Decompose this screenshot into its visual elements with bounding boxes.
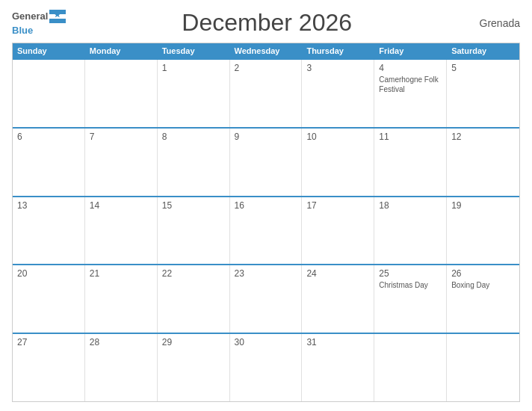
header-wednesday: Wednesday [230,43,303,58]
cell-w3-wed: 16 [230,197,303,265]
header: General Blue December 2026 Grenada [12,9,520,37]
cell-w1-fri: 4 Camerhogne Folk Festival [374,60,447,127]
header-friday: Friday [374,43,447,58]
calendar: Sunday Monday Tuesday Wednesday Thursday… [12,43,520,402]
logo-blue: Blue [12,25,33,36]
cell-w4-sat: 26 Boxing Day [447,265,519,333]
header-thursday: Thursday [302,43,374,58]
cell-w2-sat: 12 [447,129,519,196]
header-saturday: Saturday [447,43,519,58]
logo: General Blue [12,10,66,37]
country-name: Grenada [468,17,520,29]
cell-w4-fri: 25 Christmas Day [374,265,447,333]
header-tuesday: Tuesday [158,43,230,58]
cell-w3-sat: 19 [447,197,519,265]
header-monday: Monday [85,43,158,58]
week-3: 13 14 15 16 17 18 19 [13,196,519,265]
header-sunday: Sunday [13,43,85,58]
cell-w5-sat [447,334,519,401]
cell-w3-tue: 15 [158,197,230,265]
cell-w3-fri: 18 [374,197,447,265]
cell-w4-wed: 23 [230,265,303,333]
cell-w2-tue: 8 [158,129,230,196]
cell-w4-sun: 20 [13,265,85,333]
cell-w2-mon: 7 [85,129,158,196]
svg-rect-2 [49,19,66,23]
cell-w4-tue: 22 [158,265,230,333]
cell-w3-sun: 13 [13,197,85,265]
cell-w3-mon: 14 [85,197,158,265]
event-camerhogne: Camerhogne Folk Festival [379,75,438,93]
cell-w1-mon [85,60,158,127]
cell-w2-wed: 9 [230,129,303,196]
cell-w2-thu: 10 [302,129,374,196]
logo-flag-icon [49,10,66,23]
calendar-page: General Blue December 2026 Grenada Sunda… [0,0,532,411]
cell-w5-wed: 30 [230,334,303,401]
event-boxing: Boxing Day [451,281,489,289]
cell-w3-thu: 17 [302,197,374,265]
cell-w2-fri: 11 [374,129,447,196]
cell-w5-mon: 28 [85,334,158,401]
week-2: 6 7 8 9 10 11 12 [13,127,519,196]
cell-w4-thu: 24 [302,265,374,333]
month-title: December 2026 [66,9,468,37]
cell-w4-mon: 21 [85,265,158,333]
cell-w5-tue: 29 [158,334,230,401]
cell-w1-tue: 1 [158,60,230,127]
week-1: 1 2 3 4 Camerhogne Folk Festival 5 [13,58,519,127]
calendar-header: Sunday Monday Tuesday Wednesday Thursday… [13,43,519,58]
week-5: 27 28 29 30 31 [13,333,519,401]
cell-w1-sun [13,60,85,127]
event-christmas: Christmas Day [379,281,428,289]
cell-w5-fri [374,334,447,401]
cell-w2-sun: 6 [13,129,85,196]
cell-w1-wed: 2 [230,60,303,127]
cell-w1-thu: 3 [302,60,374,127]
cell-w5-thu: 31 [302,334,374,401]
calendar-body: 1 2 3 4 Camerhogne Folk Festival 5 6 7 8… [13,58,519,401]
cell-w5-sun: 27 [13,334,85,401]
cell-w1-sat: 5 [447,60,519,127]
logo-general: General [12,11,48,21]
week-4: 20 21 22 23 24 25 Christmas Day 26 Boxin… [13,264,519,333]
